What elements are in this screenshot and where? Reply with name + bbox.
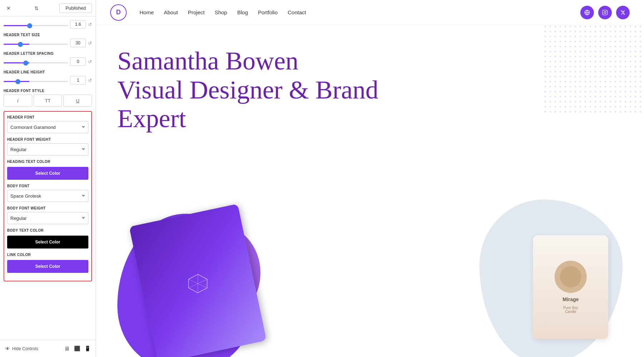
body-font-weight-select[interactable]: Regular Bold Light (7, 212, 88, 224)
nav-project[interactable]: Project (188, 9, 205, 15)
nav-contact[interactable]: Contact (288, 9, 306, 15)
top-slider[interactable] (4, 25, 68, 26)
body-font-select[interactable]: Space Grotesk Arial Helvetica (7, 190, 88, 202)
header-line-height-label: HEADER LINE HEIGHT (4, 70, 92, 74)
header-font-select[interactable]: Cormorant Garamond Georgia Times New Rom… (7, 121, 88, 133)
nav-about[interactable]: About (164, 9, 178, 15)
hero-section: Samantha Bowen Visual Designer & Brand E… (96, 25, 644, 357)
nav-blog[interactable]: Blog (237, 9, 248, 15)
underline-button[interactable]: U (63, 95, 92, 107)
device-icons: 🖥 ⬛ 📱 (64, 346, 91, 352)
candle-card: Mirage Pure SoyCandle (533, 235, 608, 339)
top-slider-reset[interactable]: ↺ (88, 22, 92, 27)
nav-left: D Home About Project Shop Blog Portfolio… (110, 4, 306, 21)
site-logo[interactable]: D (110, 4, 127, 21)
body-text-color-button[interactable]: Select Color (7, 236, 88, 249)
nav-portfolio[interactable]: Portfolio (258, 9, 278, 15)
published-button[interactable]: Published (59, 3, 92, 13)
header-line-height-control: HEADER LINE HEIGHT 1 ↺ (4, 70, 92, 85)
eye-icon: 👁 (5, 346, 10, 352)
hero-title-line3: Expert (117, 104, 186, 133)
header-line-height-reset[interactable]: ↺ (88, 78, 92, 83)
hero-title-line2: Visual Designer & Brand (117, 76, 379, 104)
hero-imagery: Mirage Pure SoyCandle (96, 192, 644, 357)
heading-text-color-button[interactable]: Select Color (7, 167, 88, 180)
heading-text-color-label: HEADING TEXT COLOR (7, 160, 88, 164)
dot-pattern (544, 25, 644, 115)
hero-title-line1: Samantha Bowen (117, 47, 298, 75)
header-line-height-slider[interactable] (4, 81, 68, 82)
header-text-size-slider[interactable] (4, 44, 68, 45)
link-color-button[interactable]: Select Color (7, 260, 88, 273)
panel-top-bar: ✕ ⇅ Published (0, 0, 96, 16)
nav-home[interactable]: Home (140, 9, 154, 15)
header-text-size-control: HEADER TEXT SIZE 30 ↺ (4, 33, 92, 47)
instagram-icon[interactable] (598, 6, 612, 19)
top-slider-row: 1.6 ↺ (4, 20, 92, 29)
left-panel: ✕ ⇅ Published 1.6 ↺ HEADER TEXT SIZE 30 (0, 0, 96, 357)
highlighted-font-section: HEADER FONT Cormorant Garamond Georgia T… (4, 111, 92, 281)
close-icon[interactable]: ✕ (4, 3, 14, 13)
header-font-style-label: HEADER FONT STYLE (4, 89, 92, 93)
hide-controls-label: Hide Controls (12, 346, 38, 351)
monitor-icon[interactable]: 🖥 (64, 346, 70, 352)
body-font-weight-label: BODY FONT WEIGHT (7, 206, 88, 210)
link-color-control: LINK COLOR Select Color (7, 253, 88, 273)
header-font-label: HEADER FONT (7, 115, 88, 119)
nav-links: Home About Project Shop Blog Portfolio C… (140, 9, 306, 16)
header-text-size-label: HEADER TEXT SIZE (4, 33, 92, 37)
nav-shop[interactable]: Shop (215, 9, 227, 15)
header-font-weight-label: HEADER FONT WEIGHT (7, 138, 88, 141)
hide-controls-button[interactable]: 👁 Hide Controls (5, 346, 38, 352)
header-letter-spacing-slider[interactable] (4, 62, 68, 63)
header-letter-spacing-reset[interactable]: ↺ (88, 59, 92, 64)
body-text-color-label: BODY TEXT COLOR (7, 228, 88, 232)
svg-point-4 (606, 11, 606, 11)
header-letter-spacing-value[interactable]: 0 (70, 57, 86, 66)
header-text-size-value[interactable]: 30 (70, 39, 86, 47)
header-font-style-control: HEADER FONT STYLE I TT U (4, 89, 92, 107)
tablet-icon[interactable]: ⬛ (74, 346, 80, 352)
body-font-label: BODY FONT (7, 184, 88, 188)
candle-brand: Mirage (562, 296, 579, 302)
hero-title: Samantha Bowen Visual Designer & Brand E… (117, 47, 379, 133)
body-font-weight-control: BODY FONT WEIGHT Regular Bold Light (7, 206, 88, 224)
link-color-label: LINK COLOR (7, 253, 88, 257)
nav-right (580, 6, 630, 19)
header-text-size-reset[interactable]: ↺ (88, 40, 92, 46)
header-letter-spacing-control: HEADER LETTER SPACING 0 ↺ (4, 52, 92, 66)
body-text-color-control: BODY TEXT COLOR Select Color (7, 228, 88, 249)
tt-button[interactable]: TT (34, 95, 62, 107)
header-font-weight-select[interactable]: Regular Bold Light (7, 143, 88, 155)
svg-rect-2 (602, 10, 607, 15)
arrows-icon[interactable]: ⇅ (31, 3, 42, 13)
hero-text: Samantha Bowen Visual Designer & Brand E… (117, 47, 379, 133)
header-letter-spacing-label: HEADER LETTER SPACING (4, 52, 92, 56)
heading-text-color-control: HEADING TEXT COLOR Select Color (7, 160, 88, 180)
geometric-icon (187, 273, 209, 294)
navbar: D Home About Project Shop Blog Portfolio… (96, 0, 644, 25)
panel-bottom-bar: 👁 Hide Controls 🖥 ⬛ 📱 (0, 340, 96, 357)
mobile-icon[interactable]: 📱 (84, 346, 91, 352)
italic-button[interactable]: I (4, 95, 32, 107)
candle-subtitle: Pure SoyCandle (557, 306, 584, 314)
body-font-control: BODY FONT Space Grotesk Arial Helvetica (7, 184, 88, 202)
header-line-height-value[interactable]: 1 (70, 76, 86, 85)
top-slider-value[interactable]: 1.6 (70, 20, 86, 29)
main-content: D Home About Project Shop Blog Portfolio… (96, 0, 644, 357)
twitter-x-icon[interactable] (616, 6, 630, 19)
globe-icon[interactable] (580, 6, 594, 19)
header-font-weight-control: HEADER FONT WEIGHT Regular Bold Light (7, 138, 88, 155)
header-font-control: HEADER FONT Cormorant Garamond Georgia T… (7, 115, 88, 133)
candle-circle (555, 261, 587, 293)
svg-rect-6 (544, 25, 644, 115)
panel-scroll-area: 1.6 ↺ HEADER TEXT SIZE 30 ↺ HEADER LETTE… (0, 16, 96, 340)
svg-point-3 (604, 11, 606, 13)
